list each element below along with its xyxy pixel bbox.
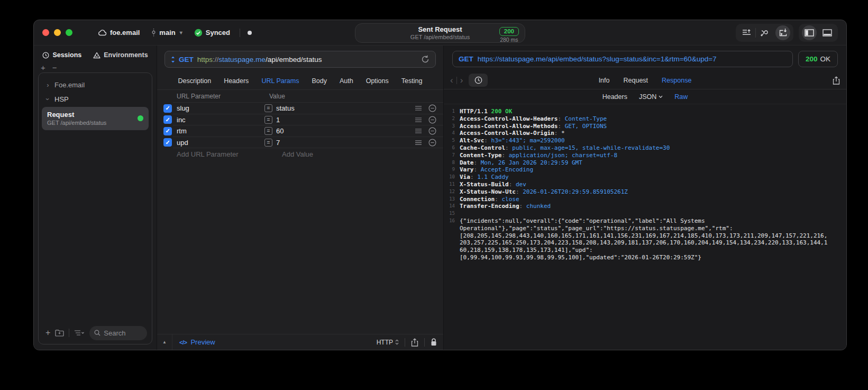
request-queue-button[interactable]	[737, 24, 755, 42]
new-request-button[interactable]: +	[45, 329, 50, 337]
response-subtabs: HeadersJSONRaw	[444, 89, 846, 104]
add-value-placeholder[interactable]: Add Value	[282, 150, 313, 158]
response-subtab-raw[interactable]: Raw	[674, 93, 688, 101]
param-name-input[interactable]: rtm	[177, 127, 260, 135]
request-method[interactable]: GET	[179, 56, 194, 64]
close-window-button[interactable]	[42, 29, 49, 36]
delete-param-icon[interactable]	[428, 127, 436, 135]
request-url-input[interactable]: GET https://statuspage.me/api/embed/stat…	[165, 51, 436, 68]
duration-label: 280 ms	[499, 37, 519, 43]
request-tab-options[interactable]: Options	[366, 77, 389, 85]
delete-param-icon[interactable]	[428, 116, 436, 124]
param-row-upd: ✓upd=7	[157, 137, 443, 149]
param-value-type-icon[interactable]: =	[264, 127, 272, 135]
share-icon[interactable]	[411, 338, 418, 347]
param-value-type-icon[interactable]: =	[264, 139, 272, 147]
add-parameter-placeholder[interactable]: Add URL Parameter	[177, 150, 269, 158]
sent-request-url[interactable]: GET https://statuspage.me/api/embed/stat…	[452, 51, 793, 67]
search-input[interactable]: Search	[89, 326, 147, 340]
response-tab-response[interactable]: Response	[662, 77, 691, 84]
chevron-right-icon[interactable]: ›	[45, 81, 50, 89]
export-response-button[interactable]	[833, 76, 840, 85]
param-value-input[interactable]: 60	[276, 127, 415, 135]
response-line-4: 4Access-Control-Allow-Origin: *	[444, 130, 846, 137]
param-row-actions	[415, 127, 443, 135]
reorder-icon[interactable]	[415, 106, 422, 111]
param-row-actions	[415, 139, 443, 147]
param-name-input[interactable]: upd	[177, 139, 260, 147]
request-tab-auth[interactable]: Auth	[340, 77, 353, 85]
protocol-select[interactable]: HTTP	[377, 339, 399, 346]
request-list-item[interactable]: Request GET /api/embed/status	[42, 107, 149, 130]
new-folder-icon[interactable]	[55, 329, 64, 337]
back-button[interactable]: ‹	[450, 75, 453, 86]
line-number: 6	[444, 144, 460, 152]
url-scheme: https	[197, 56, 213, 64]
response-line-wrap: 203,257,225,165,250,173,204,223,158,208,…	[444, 239, 846, 247]
request-tab-testing[interactable]: Testing	[401, 77, 423, 85]
sync-status[interactable]: Synced	[194, 29, 230, 37]
sidebar-tab-sessions[interactable]: Sessions	[42, 51, 81, 59]
reorder-icon[interactable]	[415, 140, 422, 145]
reorder-icon[interactable]	[415, 129, 422, 133]
activity-pill[interactable]: Sent Request GET /api/embed/status 200 2…	[355, 23, 525, 43]
toolbar-right	[736, 24, 838, 42]
response-tabs: InfoRequestResponse	[444, 77, 846, 84]
response-body[interactable]: 1HTTP/1.1 200 OK2Access-Control-Allow-He…	[444, 104, 846, 350]
minimize-window-button[interactable]	[54, 29, 61, 36]
param-value-input[interactable]: status	[276, 104, 415, 112]
request-tab-url-params[interactable]: URL Params	[261, 77, 299, 85]
param-value-input[interactable]: 7	[276, 139, 415, 147]
param-checkbox[interactable]: ✓	[163, 138, 172, 147]
zoom-window-button[interactable]	[66, 29, 72, 36]
param-checkbox[interactable]: ✓	[163, 104, 172, 113]
line-number: 12	[444, 188, 460, 196]
line-content: Operational"},"page":"status","page_url"…	[460, 225, 733, 232]
method-select-icon[interactable]	[171, 56, 175, 63]
add-param-row[interactable]: Add URL Parameter Add Value	[157, 148, 443, 160]
response-line-7: 7Content-Type: application/json; charset…	[444, 152, 846, 159]
response-subtab-json[interactable]: JSON	[639, 93, 663, 101]
toggle-bottom-panel-button[interactable]	[818, 24, 836, 42]
param-checkbox[interactable]: ✓	[163, 115, 172, 124]
request-tab-headers[interactable]: Headers	[224, 77, 249, 85]
sidebar-tab-environments[interactable]: Environments	[93, 51, 148, 59]
response-subtab-headers[interactable]: Headers	[602, 93, 627, 101]
param-checkbox[interactable]: ✓	[163, 127, 172, 135]
toggle-sidebar-button[interactable]	[800, 24, 818, 42]
import-export-button[interactable]	[774, 24, 792, 42]
request-tab-description[interactable]: Description	[178, 77, 212, 85]
collapse-panel-button[interactable]: ▲	[157, 334, 172, 350]
delete-param-icon[interactable]	[428, 139, 436, 147]
preview-button[interactable]: </> Preview	[179, 338, 215, 346]
tree-group-hsp[interactable]: ›HSP	[39, 92, 152, 106]
delete-param-icon[interactable]	[428, 104, 436, 112]
line-content: Access-Control-Allow-Methods: GET, OPTIO…	[460, 123, 607, 130]
response-line-9: 9Vary: Accept-Encoding	[444, 166, 846, 174]
branch-menu[interactable]: main ▾	[151, 29, 182, 37]
reorder-icon[interactable]	[415, 117, 422, 122]
add-session-button[interactable]: +	[41, 65, 45, 72]
merge-button[interactable]	[756, 24, 774, 42]
response-tab-request[interactable]: Request	[624, 77, 648, 84]
project-menu[interactable]: foe.email	[98, 29, 140, 37]
param-name-input[interactable]: slug	[177, 104, 260, 112]
line-number	[444, 254, 460, 261]
import-icon	[779, 28, 788, 37]
line-content: Vary: Accept-Encoding	[460, 166, 533, 174]
param-name-input[interactable]: inc	[177, 116, 260, 124]
response-tab-info[interactable]: Info	[599, 77, 610, 84]
param-value-input[interactable]: 1	[276, 116, 415, 124]
lock-icon[interactable]	[431, 338, 437, 346]
send-request-button[interactable]	[421, 55, 430, 64]
param-value-type-icon[interactable]: =	[264, 116, 272, 124]
history-button[interactable]	[469, 74, 488, 87]
chevron-down-icon[interactable]: ›	[44, 97, 52, 102]
forward-button[interactable]: ›	[460, 75, 463, 86]
code-icon: </>	[179, 339, 187, 346]
tree-group-foe-email[interactable]: ›Foe.email	[39, 78, 152, 92]
param-value-type-icon[interactable]: =	[264, 104, 272, 112]
list-options-icon[interactable]	[74, 330, 85, 337]
request-tab-body[interactable]: Body	[312, 77, 327, 85]
remove-session-button[interactable]: −	[52, 65, 57, 72]
